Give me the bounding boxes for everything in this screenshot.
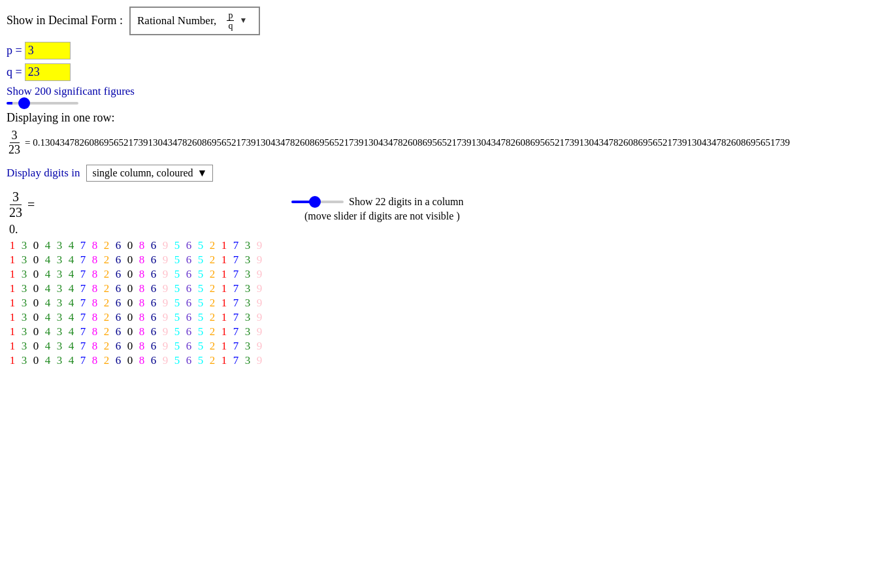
digit-cell: 1: [7, 297, 18, 310]
digit-cell: 3: [242, 325, 253, 338]
digit-cell: 3: [242, 297, 253, 310]
digit-cell: 7: [77, 340, 89, 353]
digit-cell: 4: [42, 297, 54, 310]
digit-cell: 9: [159, 311, 171, 324]
digit-cell: 6: [112, 282, 124, 295]
q-input[interactable]: [25, 63, 71, 81]
p-label: p =: [7, 44, 22, 57]
digit-cell: 3: [54, 354, 65, 367]
digit-cell: 1: [218, 282, 230, 295]
digit-cell: 0: [30, 325, 42, 338]
digit-cell: 5: [171, 239, 183, 252]
digit-cell: 2: [101, 239, 112, 252]
digit-cell: 2: [101, 268, 112, 281]
digit-cell: 5: [171, 253, 183, 267]
digit-cell: 5: [171, 311, 183, 324]
display-digits-row: Display digits in single column, coloure…: [7, 165, 875, 182]
digit-cell: 5: [195, 282, 206, 295]
digit-cell: 8: [89, 253, 101, 267]
digit-cell: 6: [148, 282, 159, 295]
digit-cell: 0: [124, 297, 136, 310]
digit-cell: 4: [42, 239, 54, 252]
digit-cell: 7: [77, 297, 89, 310]
column-section: 3 23 = 0. 130434782608695652173913043478…: [7, 189, 875, 367]
digit-cell: 6: [183, 253, 195, 267]
digit-cell: 1: [218, 354, 230, 367]
digit-cell: 1: [7, 354, 18, 367]
digit-cell: 3: [242, 239, 253, 252]
digit-cell: 8: [89, 325, 101, 338]
digits-display-dropdown[interactable]: single column, coloured ▼: [86, 165, 213, 182]
digit-cell: 2: [206, 239, 218, 252]
digit-cell: 0: [124, 268, 136, 281]
fraction-pq-icon: p q: [227, 10, 234, 31]
digit-cell: 9: [253, 325, 265, 338]
digit-cell: 7: [230, 354, 242, 367]
digit-cell: 5: [195, 297, 206, 310]
digit-cell: 6: [183, 268, 195, 281]
digit-cell: 6: [112, 297, 124, 310]
digit-cell: 1: [218, 253, 230, 267]
p-input[interactable]: [25, 42, 71, 59]
frac-num-p: p: [227, 10, 234, 21]
digit-cell: 0: [124, 239, 136, 252]
digit-cell: 3: [242, 282, 253, 295]
digit-cell: 1: [7, 282, 18, 295]
digit-cell: 4: [42, 354, 54, 367]
digit-cell: 3: [18, 297, 30, 310]
number-type-dropdown[interactable]: Rational Number, p q ▼: [129, 7, 260, 35]
digit-cell: 2: [101, 282, 112, 295]
digit-cell: 7: [77, 282, 89, 295]
equals-sign: =: [27, 197, 35, 212]
q-label: q =: [7, 65, 22, 79]
digit-cell: 4: [42, 253, 54, 267]
digit-cell: 6: [148, 268, 159, 281]
big-fraction-denominator: 23: [7, 205, 25, 220]
digit-cell: 5: [171, 268, 183, 281]
digit-cell: 0: [124, 325, 136, 338]
digits-dropdown-value: single column, coloured: [92, 167, 193, 179]
digit-cell: 6: [112, 340, 124, 353]
digit-cell: 7: [230, 268, 242, 281]
digit-cell: 1: [7, 311, 18, 324]
digit-cell: 0: [30, 311, 42, 324]
digit-cell: 2: [206, 311, 218, 324]
digit-cell: 6: [112, 239, 124, 252]
digit-cell: 5: [171, 340, 183, 353]
digit-cell: 6: [148, 311, 159, 324]
digit-cell: 6: [148, 354, 159, 367]
digit-cell: 2: [206, 282, 218, 295]
digit-cell: 0: [124, 282, 136, 295]
digit-cell: 6: [183, 354, 195, 367]
digit-cell: 8: [136, 282, 148, 295]
digit-cell: 3: [18, 253, 30, 267]
digit-cell: 3: [54, 239, 65, 252]
digit-cell: 6: [148, 340, 159, 353]
digit-cell: 2: [101, 297, 112, 310]
digit-cell: 9: [253, 253, 265, 267]
sig-figs-label[interactable]: Show 200 significant figures: [7, 85, 875, 98]
digits-dropdown-arrow-icon: ▼: [197, 167, 208, 179]
digit-cell: 9: [159, 282, 171, 295]
digits-column-slider[interactable]: [291, 201, 344, 203]
digit-cell: 3: [18, 268, 30, 281]
digit-cell: 0: [30, 297, 42, 310]
digit-cell: 2: [101, 340, 112, 353]
digit-cell: 3: [242, 354, 253, 367]
sig-figs-slider[interactable]: [7, 102, 78, 105]
digit-cell: 1: [218, 340, 230, 353]
digit-cell: 0: [30, 340, 42, 353]
digit-cell: 8: [136, 239, 148, 252]
digit-cell: 7: [77, 239, 89, 252]
digit-cell: 4: [42, 311, 54, 324]
digit-cell: 7: [230, 325, 242, 338]
digit-cell: 6: [183, 282, 195, 295]
digit-cell: 5: [195, 340, 206, 353]
digit-cell: 6: [183, 239, 195, 252]
p-row: p =: [7, 42, 875, 59]
digit-cell: 4: [65, 325, 77, 338]
left-fraction-area: 3 23 = 0. 130434782608695652173913043478…: [7, 189, 265, 367]
digit-cell: 7: [230, 282, 242, 295]
digit-cell: 0: [124, 253, 136, 267]
fraction-3-23: 3 23: [7, 129, 22, 157]
